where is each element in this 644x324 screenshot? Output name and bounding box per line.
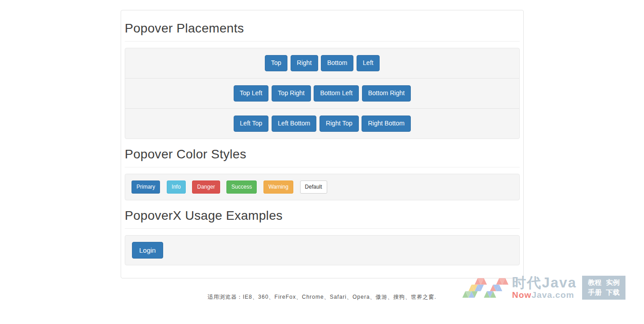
placement-row-corners-top: Top Left Top Right Bottom Left Bottom Ri… — [125, 78, 519, 108]
color-button-warning[interactable]: Warning — [263, 181, 293, 194]
link-examples[interactable]: 实例 — [606, 278, 620, 287]
link-manual[interactable]: 手册 — [588, 288, 602, 297]
color-button-danger[interactable]: Danger — [192, 181, 220, 194]
brand-name-cn: 时代Java — [512, 276, 577, 291]
brand-en-prefix: Now — [512, 290, 531, 300]
usage-well: Login — [125, 235, 520, 265]
color-button-info[interactable]: Info — [167, 181, 186, 194]
brand-name-en: NowJava.com — [512, 291, 577, 300]
placement-row-corners-side: Left Top Left Bottom Right Top Right Bot… — [125, 108, 519, 139]
color-button-default[interactable]: Default — [300, 181, 327, 194]
nowjava-links-box: 教程 实例 手册 下载 — [582, 276, 625, 300]
placement-button-left[interactable]: Left — [357, 55, 380, 71]
nowjava-watermark: 时代Java NowJava.com 教程 实例 手册 下载 — [462, 276, 625, 300]
colors-well: Primary Info Danger Success Warning Defa… — [125, 174, 520, 200]
divider — [125, 167, 520, 167]
colors-title: Popover Color Styles — [125, 147, 520, 162]
color-button-success[interactable]: Success — [226, 181, 257, 194]
login-button[interactable]: Login — [132, 242, 163, 259]
placement-button-top[interactable]: Top — [265, 55, 288, 71]
divider — [125, 228, 520, 229]
placement-button-right[interactable]: Right — [291, 55, 318, 71]
placement-button-left-bottom[interactable]: Left Bottom — [272, 116, 317, 132]
placement-button-left-top[interactable]: Left Top — [234, 116, 269, 132]
placement-button-bottom-left[interactable]: Bottom Left — [314, 85, 359, 102]
placement-button-bottom[interactable]: Bottom — [321, 55, 353, 71]
placement-button-bottom-right[interactable]: Bottom Right — [362, 85, 411, 102]
placement-row-sides: Top Right Bottom Left — [125, 48, 519, 78]
placement-button-right-top[interactable]: Right Top — [320, 116, 359, 132]
placements-title: Popover Placements — [125, 21, 520, 36]
link-tutorials[interactable]: 教程 — [588, 278, 602, 287]
placement-button-right-bottom[interactable]: Right Bottom — [362, 116, 411, 132]
placement-button-top-left[interactable]: Top Left — [234, 85, 269, 102]
placement-button-top-right[interactable]: Top Right — [272, 85, 311, 102]
divider — [125, 41, 520, 42]
usage-title: PopoverX Usage Examples — [125, 208, 520, 223]
content-panel: Popover Placements Top Right Bottom Left… — [121, 10, 524, 278]
nowjava-triangle-logo-icon — [462, 278, 508, 298]
brand-en-suffix: Java.com — [531, 290, 574, 300]
nowjava-brand-text: 时代Java NowJava.com — [512, 276, 577, 299]
placements-well: Top Right Bottom Left Top Left Top Right… — [125, 48, 520, 139]
link-download[interactable]: 下载 — [606, 288, 620, 297]
color-button-primary[interactable]: Primary — [132, 181, 160, 194]
